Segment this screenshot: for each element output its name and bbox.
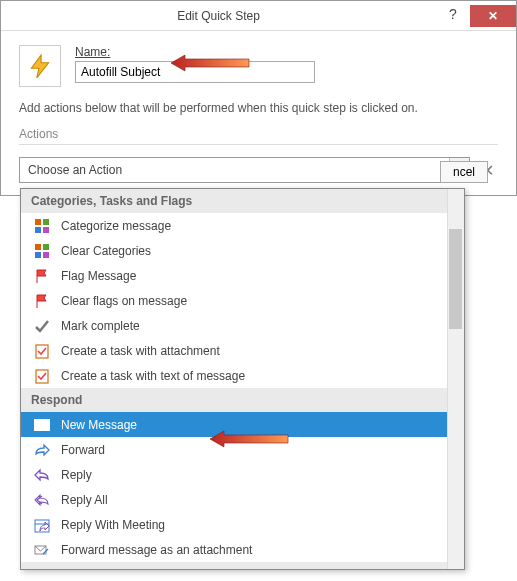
flag-icon bbox=[33, 267, 51, 285]
forwardatt-icon bbox=[33, 541, 51, 559]
svg-rect-6 bbox=[35, 244, 41, 250]
categories-icon bbox=[33, 242, 51, 260]
svg-rect-2 bbox=[35, 219, 41, 225]
actions-label: Actions bbox=[19, 127, 498, 141]
close-button[interactable]: ✕ bbox=[470, 5, 516, 27]
dropdown-item[interactable]: Categorize message bbox=[21, 213, 464, 238]
name-input[interactable] bbox=[75, 61, 315, 83]
action-dropdown: Categories, Tasks and FlagsCategorize me… bbox=[20, 188, 465, 570]
dropdown-item-label: Mark complete bbox=[61, 319, 140, 333]
dropdown-group-header: Respond bbox=[21, 388, 464, 412]
reply-icon bbox=[33, 466, 51, 484]
dropdown-item[interactable]: New Message bbox=[21, 412, 464, 437]
dropdown-item[interactable]: Flag Message bbox=[21, 263, 464, 288]
dropdown-item-label: Forward bbox=[61, 443, 105, 457]
dropdown-item[interactable]: Create a task with text of message bbox=[21, 363, 464, 388]
dropdown-item-label: Create a task with text of message bbox=[61, 369, 245, 383]
dropdown-item[interactable]: Mark complete bbox=[21, 313, 464, 338]
flag-icon bbox=[33, 292, 51, 310]
task-icon bbox=[33, 367, 51, 385]
categories-icon bbox=[33, 217, 51, 235]
dropdown-item-label: Reply All bbox=[61, 493, 108, 507]
forward-icon bbox=[33, 441, 51, 459]
svg-rect-3 bbox=[43, 219, 49, 225]
dropdown-item[interactable]: Create a task with attachment bbox=[21, 338, 464, 363]
dropdown-item-label: New Message bbox=[61, 418, 137, 432]
svg-rect-8 bbox=[35, 252, 41, 258]
description-text: Add actions below that will be performed… bbox=[19, 101, 498, 115]
dropdown-item-label: Clear flags on message bbox=[61, 294, 187, 308]
titlebar: Edit Quick Step ? ✕ bbox=[1, 1, 516, 31]
action-combobox[interactable]: Choose an Action bbox=[19, 157, 470, 183]
help-button[interactable]: ? bbox=[436, 2, 470, 26]
replyall-icon bbox=[33, 491, 51, 509]
meeting-icon bbox=[33, 516, 51, 534]
dropdown-item[interactable]: Reply With Meeting bbox=[21, 512, 464, 537]
mail-icon bbox=[33, 416, 51, 434]
dropdown-group-header: Categories, Tasks and Flags bbox=[21, 189, 464, 213]
dropdown-group-header: Appointment bbox=[21, 562, 464, 569]
svg-marker-0 bbox=[31, 55, 48, 78]
cancel-button[interactable]: ncel bbox=[440, 161, 488, 183]
dropdown-item-label: Flag Message bbox=[61, 269, 136, 283]
action-combobox-text: Choose an Action bbox=[28, 163, 122, 177]
name-label: Name: bbox=[75, 45, 498, 59]
dropdown-item[interactable]: Reply bbox=[21, 462, 464, 487]
task-icon bbox=[33, 342, 51, 360]
dropdown-item-label: Reply bbox=[61, 468, 92, 482]
dropdown-item-label: Reply With Meeting bbox=[61, 518, 165, 532]
check-icon bbox=[33, 317, 51, 335]
dropdown-item[interactable]: Clear flags on message bbox=[21, 288, 464, 313]
dropdown-item-label: Forward message as an attachment bbox=[61, 543, 252, 557]
dropdown-item[interactable]: Forward message as an attachment bbox=[21, 537, 464, 562]
dropdown-item-label: Create a task with attachment bbox=[61, 344, 220, 358]
dropdown-item[interactable]: Reply All bbox=[21, 487, 464, 512]
dropdown-item[interactable]: Forward bbox=[21, 437, 464, 462]
quickstep-icon[interactable] bbox=[19, 45, 61, 87]
dropdown-item-label: Clear Categories bbox=[61, 244, 151, 258]
scrollbar[interactable] bbox=[447, 189, 464, 569]
dropdown-item[interactable]: Clear Categories bbox=[21, 238, 464, 263]
svg-rect-7 bbox=[43, 244, 49, 250]
svg-rect-5 bbox=[43, 227, 49, 233]
svg-rect-4 bbox=[35, 227, 41, 233]
window-title: Edit Quick Step bbox=[1, 9, 436, 23]
dropdown-item-label: Categorize message bbox=[61, 219, 171, 233]
svg-rect-9 bbox=[43, 252, 49, 258]
